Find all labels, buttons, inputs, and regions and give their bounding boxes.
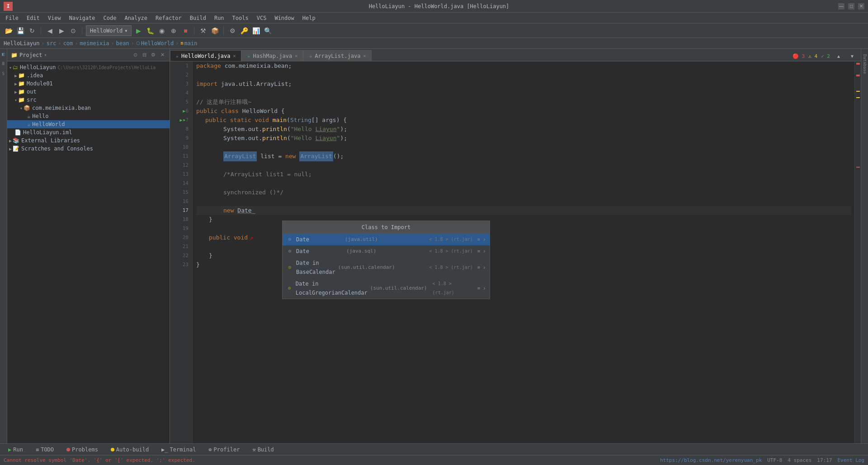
menu-refactor[interactable]: Refactor [152, 14, 185, 22]
collapse-all-button[interactable]: ⊟ [141, 52, 148, 59]
search-button[interactable]: 🔍 [263, 26, 273, 36]
tab-close-hashmap[interactable]: ✕ [295, 53, 297, 58]
tree-item-package[interactable]: ▾ 📦 com.meimeixia.bean [7, 104, 170, 112]
refresh-button[interactable]: ↻ [27, 26, 37, 36]
tree-item-hello[interactable]: ☕ Hello [7, 112, 170, 120]
forward-button[interactable]: ▶ [57, 26, 66, 36]
autocomplete-header: Class to Import [283, 221, 490, 234]
menu-navigate[interactable]: Navigate [66, 14, 99, 22]
breadcrumb-com[interactable]: com [63, 40, 73, 47]
menu-window[interactable]: Window [271, 14, 297, 22]
collapse-editor-button[interactable]: ▲ [834, 51, 844, 61]
maximize-button[interactable]: □ [848, 3, 854, 9]
breadcrumb-class[interactable]: ⬡ HelloWorld [136, 40, 174, 47]
project-actions[interactable]: ⊙ ⊟ ⚙ ✕ [132, 52, 166, 59]
breadcrumb-meimeixia[interactable]: meimeixia [80, 40, 109, 47]
line-12: 12 [174, 161, 189, 170]
tree-item-idea[interactable]: ▶ 📁 .idea [7, 71, 170, 80]
sdk-button[interactable]: 🔑 [239, 26, 249, 36]
build-module-button[interactable]: 📦 [210, 26, 220, 36]
code-line-7: public static void main(String[] args) { [196, 116, 851, 125]
tree-item-helloworld[interactable]: ☕ HelloWorld [7, 120, 170, 128]
line-20: 20 [174, 233, 189, 242]
tab-close-arraylist[interactable]: ✕ [363, 53, 366, 58]
stop-button[interactable]: ■ [180, 26, 190, 36]
locate-file-button[interactable]: ⊙ [132, 52, 139, 59]
autocomplete-item-3[interactable]: ⊙ Date in LocalGregorianCalendar (sun.ut… [283, 278, 490, 299]
tab-helloworld[interactable]: ☕ HelloWorld.java ✕ [170, 50, 241, 61]
menu-tools[interactable]: Tools [229, 14, 252, 22]
run-gutter-7[interactable]: ▶ [180, 116, 183, 125]
run-gutter-7b[interactable]: ▶ [184, 116, 186, 125]
menu-view[interactable]: View [44, 14, 65, 22]
right-icon-1[interactable]: Database [862, 51, 868, 77]
menu-file[interactable]: File [2, 14, 22, 22]
tree-item-iml[interactable]: 📄 HelloLiayun.iml [7, 128, 170, 136]
minimize-button[interactable]: — [838, 3, 844, 9]
tree-item-scratches[interactable]: ▶ 📝 Scratches and Consoles [7, 145, 170, 153]
tab-arraylist[interactable]: ☕ ArrayList.java ✕ [303, 50, 372, 61]
autocomplete-item-0[interactable]: ⊙ Date (java.util) < 1.8 > (rt.jar) ≡ › [283, 234, 490, 245]
debug-button[interactable]: 🐛 [145, 26, 155, 36]
tab-hashmap[interactable]: ☕ HashMap.java ✕ [241, 50, 303, 61]
menu-analyze[interactable]: Analyze [121, 14, 151, 22]
java-icon-hello: ☕ [27, 113, 30, 119]
autocomplete-popup[interactable]: Class to Import ⊙ Date (java.util) < 1.8… [282, 221, 490, 299]
tab-close-helloworld[interactable]: ✕ [233, 53, 236, 58]
menu-code[interactable]: Code [100, 14, 120, 22]
build-project-button[interactable]: ⚒ [198, 26, 208, 36]
breadcrumb-method[interactable]: m main [180, 40, 197, 47]
tree-item-helloliayun[interactable]: ▾ 🗂 HelloLiayun C:\Users\32120\IdeaProje… [7, 63, 170, 71]
left-icon-3[interactable]: S [0, 70, 7, 77]
left-icon-2[interactable]: B [0, 61, 7, 67]
menu-vcs[interactable]: VCS [253, 14, 270, 22]
status-spaces[interactable]: 4 spaces [788, 457, 811, 463]
tab-profiler[interactable]: ⊕ Profiler [204, 446, 244, 454]
expand-editor-button[interactable]: ▼ [847, 51, 857, 61]
breadcrumb-src[interactable]: src [47, 40, 57, 47]
recent-button[interactable]: ⊙ [68, 26, 78, 36]
run-gutter-6[interactable]: ▶ [183, 107, 185, 116]
menu-edit[interactable]: Edit [23, 14, 43, 22]
save-button[interactable]: 💾 [15, 26, 25, 36]
window-controls[interactable]: — □ ✕ [838, 3, 864, 9]
tree-item-src[interactable]: ▾ 📁 src [7, 96, 170, 104]
tab-autobuild[interactable]: Auto-build [106, 446, 153, 454]
tab-problems[interactable]: Problems [62, 446, 103, 454]
tab-run[interactable]: ▶ Run [4, 446, 28, 454]
menu-build[interactable]: Build [186, 14, 210, 22]
menu-help[interactable]: Help [299, 14, 319, 22]
options-button[interactable]: ⚙ [150, 52, 157, 59]
tree-item-module01[interactable]: ▶ 📁 Module01 [7, 80, 170, 88]
autocomplete-item-2[interactable]: ⊙ Date in BaseCalendar (sun.util.calenda… [283, 257, 490, 278]
breadcrumb-bean[interactable]: bean [116, 40, 129, 47]
code-area[interactable]: package com.meimeixia.bean; import java.… [193, 61, 854, 443]
menu-run[interactable]: Run [211, 14, 228, 22]
settings-button[interactable]: ⚙ [227, 26, 237, 36]
back-button[interactable]: ◀ [45, 26, 55, 36]
close-button[interactable]: ✕ [858, 3, 864, 9]
separator-1 [41, 27, 41, 35]
tree-item-libraries[interactable]: ▶ 📚 External Libraries [7, 136, 170, 145]
tab-terminal[interactable]: ▶_ Terminal [157, 446, 200, 454]
run-config-label: HelloWorld [90, 28, 123, 34]
profile-button[interactable]: ⊕ [169, 26, 179, 36]
status-encoding[interactable]: UTF-8 [767, 457, 782, 463]
run-config-dropdown[interactable]: HelloWorld ▾ [86, 25, 132, 36]
tab-build[interactable]: ⚒ Build [248, 446, 278, 454]
close-panel-button[interactable]: ✕ [159, 52, 166, 59]
breadcrumb-project[interactable]: HelloLiayun [4, 40, 39, 47]
autocomplete-item-1[interactable]: ⊙ Date (java.sql) < 1.8 > (rt.jar) ≡ › [283, 245, 490, 257]
status-url[interactable]: https://blog.csdn.net/yerenyuan_pk [660, 457, 762, 463]
run-with-coverage-button[interactable]: ◉ [157, 26, 167, 36]
tab-todo[interactable]: ≡ TODO [31, 446, 58, 454]
tree-label-libraries: External Libraries [21, 137, 80, 144]
run-button[interactable]: ▶ [133, 26, 143, 36]
event-log[interactable]: Event Log [837, 457, 864, 463]
left-icon-1[interactable]: ◧ [0, 51, 7, 57]
tree-item-out[interactable]: ▶ 📁 out [7, 88, 170, 96]
open-button[interactable]: 📂 [4, 26, 14, 36]
editor-content[interactable]: 1 2 3 4 5 ▶6 ▶ ▶7 8 9 10 11 12 13 14 1 [170, 61, 861, 443]
ac-jar-1: < 1.8 > (rt.jar) [429, 247, 472, 256]
structure-button[interactable]: 📊 [251, 26, 261, 36]
